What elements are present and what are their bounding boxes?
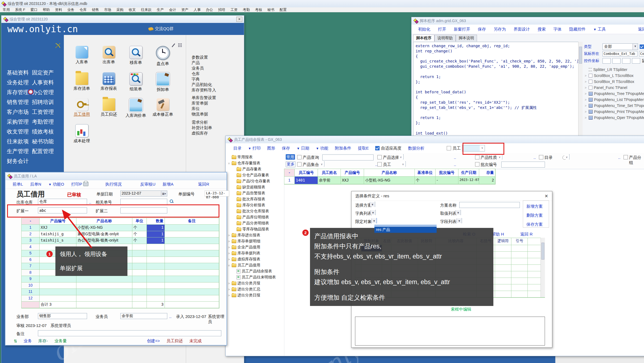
qq-link[interactable]: 交流QQ群 — [148, 26, 174, 31]
tree-item[interactable]: > 虚拟库存报表 — [227, 256, 276, 262]
employee-checkbox[interactable] — [377, 162, 382, 167]
batch-input[interactable] — [501, 162, 545, 168]
scheme-select[interactable]: 待定义方案▼ — [375, 202, 375, 207]
emp-checkbox[interactable] — [447, 146, 451, 150]
module-shortcut[interactable]: 组装单 — [122, 72, 149, 92]
col-header[interactable]: 引号 — [511, 238, 528, 245]
side-list-item[interactable]: 库管单据 — [192, 100, 216, 106]
side-list-item[interactable]: 产品 — [192, 60, 216, 66]
autoheight-toggle[interactable]: 自适应高度 — [375, 146, 401, 151]
col-header[interactable]: 批次编号 — [436, 169, 458, 176]
tree-item[interactable]: v 仓库存量报表 — [227, 160, 276, 166]
save-button[interactable]: 保存 — [282, 146, 290, 151]
dept-field[interactable]: 销售部 — [38, 313, 87, 319]
side-list-item[interactable]: 需求分析 — [192, 120, 212, 125]
tree-item[interactable]: > 进出分类日报 — [227, 292, 276, 298]
dialog-titlebar[interactable]: 选择条件定义 - res ✕ — [351, 191, 552, 201]
tree-item[interactable]: 员工产品结余报表 — [227, 268, 276, 274]
menu-item[interactable]: 资产 — [181, 7, 189, 12]
menu-item[interactable]: 人事 — [194, 7, 201, 12]
side-list-item[interactable]: 字典 — [192, 76, 216, 82]
person-field[interactable]: 余学前 — [120, 313, 167, 319]
tree-item[interactable]: 批次库存报表 — [227, 196, 276, 202]
scheme-name-input[interactable] — [459, 202, 520, 208]
tab-notes[interactable]: 脚本说明 — [456, 35, 477, 41]
control-tree-item[interactable]: > PopupMenu_Time_Set TPopup — [584, 103, 644, 109]
back-button[interactable]: 返回 — [638, 27, 644, 32]
module-shortcut[interactable]: 拆卸单 — [149, 72, 176, 92]
control-tree-item[interactable]: > PopupMenu_Print TPopupMenu — [584, 109, 644, 115]
value-list-select[interactable]: zhengji[整机]▼ — [460, 210, 461, 215]
tree-item[interactable]: 零库存物品报表 — [227, 226, 276, 232]
related-no-field[interactable] — [120, 199, 167, 205]
product-set-checkbox[interactable] — [297, 162, 302, 167]
autoheight-checkbox[interactable] — [375, 146, 380, 150]
chevron-icon[interactable]: > — [227, 288, 231, 291]
chevron-icon[interactable]: > — [584, 98, 587, 101]
back-button[interactable]: 返回R — [198, 182, 209, 187]
product-group-checkbox[interactable] — [624, 155, 628, 160]
menu-item[interactable]: 考勤 — [243, 7, 250, 12]
extract-button[interactable]: 提取E — [358, 146, 369, 151]
refresh-icon[interactable]: ⇅ — [14, 339, 17, 344]
tree-item[interactable]: 产品分类明细表 — [227, 220, 276, 226]
dots[interactable]: .. — [169, 314, 171, 319]
side-list-item[interactable]: 业务员 — [192, 66, 216, 71]
side-list-item[interactable]: 产品初始化 — [192, 82, 216, 87]
type-select[interactable]: 全部▼ — [603, 43, 638, 50]
module-shortcut[interactable]: 成本修正单 — [149, 98, 176, 118]
catalog-checkbox[interactable] — [539, 155, 543, 160]
unaudit-button[interactable]: 反审核U — [140, 182, 156, 187]
script-window-titlebar[interactable]: 脚本程序 adm.grid.GX_063 — [412, 17, 644, 25]
tree-item[interactable]: v 员工产品借用 — [227, 262, 276, 268]
code-editor[interactable]: extern change_row_id, change_obj, rep_id… — [413, 42, 581, 138]
report-window-titlebar[interactable]: 员工产品结余报表 - GX_063 — [226, 136, 644, 144]
menu-item[interactable]: 会计 — [169, 7, 176, 12]
menu-item[interactable]: 采购 — [117, 7, 124, 12]
employee-combo[interactable]: ∨ — [405, 161, 406, 166]
product-nature-checkbox[interactable] — [475, 155, 479, 160]
save-as-button[interactable]: 另存为 — [494, 27, 506, 32]
tree-item[interactable]: > 库存进出报表 — [227, 232, 276, 238]
module-shortcut[interactable]: 移库单 — [122, 46, 149, 66]
side-list-item[interactable]: 仓库 — [192, 71, 216, 76]
save-button[interactable]: 保存 — [478, 27, 486, 32]
tree-item[interactable]: 产品库位明细表 — [227, 214, 276, 220]
tree-item[interactable]: > 企业产品借用 — [227, 244, 276, 250]
coord-y-field[interactable] — [612, 58, 621, 64]
batch-checkbox[interactable] — [475, 162, 479, 167]
col-header[interactable]: 存量 — [479, 169, 495, 176]
note-input[interactable] — [38, 330, 221, 336]
chevron-icon[interactable]: > — [227, 234, 231, 237]
expression-editor[interactable] — [355, 317, 545, 346]
chevron-icon[interactable]: v — [227, 264, 231, 267]
col-header[interactable]: 产品名称 — [364, 169, 415, 176]
common-filters-button[interactable]: 常用 — [286, 154, 295, 160]
tab-help[interactable]: 说明帮助 — [434, 35, 456, 41]
tree-item[interactable]: 缺货超额报表 — [227, 184, 276, 190]
table-row[interactable]: 11 — [22, 289, 219, 295]
limit-object-select[interactable]: res 产品▼ — [376, 218, 377, 223]
menu-item[interactable]: 收支 — [129, 7, 136, 12]
volume-link[interactable]: 业务量 — [55, 338, 67, 344]
side-list-item[interactable]: 库位 — [192, 106, 216, 111]
menu-item[interactable]: 工资 — [231, 7, 238, 12]
add-button[interactable]: 新增A — [163, 182, 174, 187]
col-header[interactable]: 单位 — [132, 218, 147, 224]
col-header[interactable]: 备注 — [165, 218, 219, 224]
save-scheme-button[interactable]: 保存方案 — [526, 222, 549, 227]
close-icon[interactable]: ✕ — [236, 17, 242, 22]
module-shortcut[interactable]: 入库询价单 — [122, 98, 149, 118]
tree-item[interactable]: 产品告警报表 — [227, 190, 276, 196]
chevron-icon[interactable]: > — [227, 240, 231, 243]
back-button[interactable]: 返回 R — [520, 232, 533, 237]
chevron-icon[interactable]: > — [584, 74, 587, 77]
side-list-item[interactable]: 补货计划单 — [192, 125, 212, 130]
tree-item[interactable]: 产品存量表 — [227, 166, 276, 172]
product-query-input[interactable] — [322, 154, 374, 160]
chevron-icon[interactable]: v — [227, 162, 231, 165]
catalog-button[interactable]: 目录 — [233, 146, 241, 151]
tree-item[interactable]: > 进出分类月报 — [227, 280, 276, 286]
col-header[interactable]: 数量 — [147, 218, 165, 224]
menu-item[interactable]: 考核 — [255, 7, 262, 12]
